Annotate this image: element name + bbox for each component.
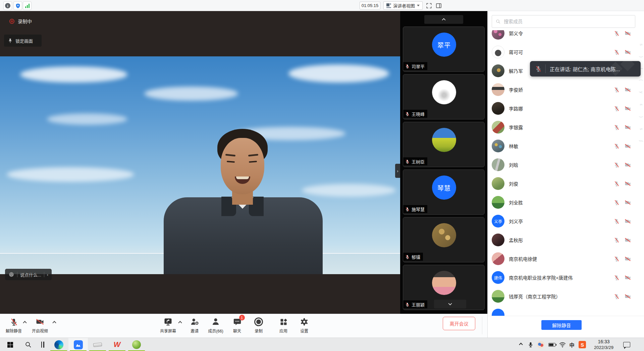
video-thumbnail[interactable]: 琴慧 施琴慧 (403, 169, 485, 215)
camera-off-icon[interactable] (624, 218, 631, 225)
panel-unmute-button[interactable]: 解除静音 (541, 320, 582, 330)
muted-mic-icon[interactable] (613, 143, 620, 149)
muted-mic-icon[interactable] (613, 49, 620, 55)
video-thumbnail[interactable]: 王晓峰 (403, 74, 485, 119)
tray-mic-button[interactable] (526, 338, 535, 351)
member-row[interactable]: 蒋可可 (488, 43, 644, 61)
record-button[interactable]: 录制 (247, 317, 270, 334)
security-button[interactable] (13, 1, 22, 10)
tray-ime-button[interactable]: 中 (568, 338, 576, 351)
muted-mic-icon[interactable] (613, 274, 620, 281)
muted-mic-icon[interactable] (613, 293, 620, 300)
caption-placeholder[interactable]: 说点什么... (20, 271, 41, 278)
search-input[interactable] (503, 18, 632, 24)
camera-off-icon[interactable] (624, 86, 631, 93)
camera-off-icon[interactable] (624, 293, 631, 300)
strip-expand-tab[interactable]: › (395, 164, 400, 178)
unmute-button[interactable]: 解除静音 (2, 317, 25, 334)
tray-battery-button[interactable] (546, 338, 557, 351)
lock-view-button[interactable]: 锁定画面 (4, 35, 42, 47)
collapse-caption-icon[interactable]: ‹ (47, 272, 48, 277)
camera-off-icon[interactable] (624, 161, 631, 168)
taskbar-device-app[interactable] (88, 338, 107, 351)
member-row[interactable]: 林敏 (488, 137, 644, 155)
camera-off-icon[interactable] (624, 124, 631, 131)
video-thumbnail[interactable]: 王树臣 (403, 122, 485, 167)
muted-mic-icon[interactable] (613, 256, 620, 262)
camera-off-icon[interactable] (624, 237, 631, 244)
taskbar-green-sphere-app[interactable] (127, 338, 146, 351)
network-quality-button[interactable] (23, 1, 32, 10)
fullscreen-button[interactable] (425, 2, 433, 9)
tray-network-button[interactable] (557, 338, 568, 351)
muted-mic-icon[interactable] (613, 87, 620, 93)
video-options-chevron[interactable] (52, 321, 56, 324)
muted-mic-icon[interactable] (613, 218, 620, 224)
muted-mic-icon[interactable] (613, 199, 620, 206)
tray-sogou-button[interactable]: S (577, 338, 588, 351)
task-view-button[interactable] (37, 338, 48, 351)
member-name: 李路娜 (509, 105, 613, 112)
chat-button[interactable]: 1 聊天 (225, 317, 249, 334)
member-row[interactable]: 钱厚亮（南京工程学院） (488, 287, 644, 306)
member-name: 南京机电职业技术学院+唐建伟 (509, 274, 613, 281)
invite-button[interactable]: 邀请 (183, 317, 206, 334)
apps-button[interactable]: 应用 (272, 317, 295, 334)
taskbar-meeting-app[interactable] (68, 338, 88, 351)
smiley-icon[interactable] (8, 271, 14, 278)
meeting-info-button[interactable]: i (3, 1, 12, 10)
member-row[interactable]: 建伟 南京机电职业技术学院+唐建伟 (488, 268, 644, 287)
member-row[interactable] (488, 306, 644, 316)
taskbar-search-button[interactable] (21, 338, 36, 351)
member-row[interactable]: 刘晗 (488, 155, 644, 174)
member-row[interactable]: 李路娜 (488, 99, 644, 118)
action-center-button[interactable] (620, 338, 633, 351)
tray-expand-button[interactable] (516, 338, 526, 351)
muted-mic-icon[interactable] (613, 181, 620, 187)
start-button[interactable] (3, 338, 17, 351)
video-thumbnail[interactable]: 郁镭 (403, 217, 485, 262)
thumbnails-scroll-down-button[interactable] (434, 300, 466, 308)
tray-people-app-button[interactable] (536, 338, 546, 351)
taskbar-wps-app[interactable]: W (107, 338, 127, 351)
member-row[interactable]: 南京机电徐健 (488, 249, 644, 268)
share-screen-button[interactable]: 共享屏幕 (156, 317, 180, 334)
member-search-box[interactable] (492, 15, 635, 28)
camera-off-icon[interactable] (624, 180, 631, 187)
thumbnail-avatar (432, 223, 456, 247)
start-video-button[interactable]: 开启视频 (28, 317, 52, 334)
camera-off-icon[interactable] (624, 30, 631, 37)
thumbnails-scroll-up-button[interactable] (424, 15, 463, 24)
members-button[interactable]: 成员(66) (204, 317, 227, 334)
member-row[interactable]: 刘俊 (488, 174, 644, 193)
muted-mic-icon[interactable] (613, 30, 620, 37)
camera-off-icon[interactable] (624, 255, 631, 262)
settings-button[interactable]: 设置 (292, 317, 316, 334)
member-row[interactable]: 郭义令 (488, 30, 644, 43)
muted-mic-icon[interactable] (613, 105, 620, 112)
member-row[interactable]: 刘全胜 (488, 193, 644, 212)
leave-meeting-button[interactable]: 离开会议 (443, 317, 475, 330)
member-row[interactable]: 李银露 (488, 118, 644, 137)
video-thumbnail[interactable]: 翠平 司翠平 (403, 27, 485, 72)
view-mode-select[interactable]: 演讲者视图 (383, 1, 423, 10)
quick-caption-bar[interactable]: 说点什么... ‹ (5, 269, 52, 280)
camera-off-icon[interactable] (624, 49, 631, 56)
camera-off-icon[interactable] (624, 199, 631, 206)
meeting-app-window: i 01:05:15 演讲者视图 (0, 0, 644, 351)
taskbar-edge-app[interactable] (49, 338, 68, 351)
muted-mic-icon[interactable] (613, 162, 620, 168)
member-row[interactable]: 义亭 刘义亭 (488, 212, 644, 231)
member-avatar (492, 140, 504, 152)
member-row[interactable]: 孟秋彤 (488, 231, 644, 249)
camera-off-icon[interactable] (624, 274, 631, 281)
camera-off-icon[interactable] (624, 143, 631, 150)
recording-dot-icon (9, 19, 14, 24)
camera-off-icon[interactable] (624, 105, 631, 112)
member-row[interactable]: 李俊娇 (488, 80, 644, 99)
side-panel-toggle-button[interactable] (435, 2, 442, 9)
muted-mic-icon[interactable] (613, 124, 620, 131)
taskbar-clock[interactable]: 16:33 2022/3/29 (589, 338, 619, 351)
muted-mic-icon[interactable] (613, 237, 620, 243)
video-thumbnail[interactable]: 王丽颖 (403, 265, 485, 310)
